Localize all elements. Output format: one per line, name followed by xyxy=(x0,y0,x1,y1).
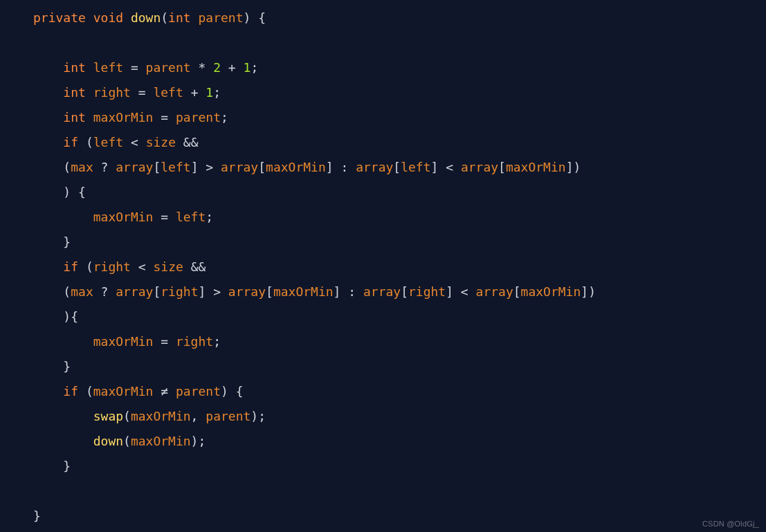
operator-lt: < xyxy=(446,160,453,174)
function-swap: swap xyxy=(93,409,123,423)
operator-plus: + xyxy=(191,85,199,100)
operator-lt: < xyxy=(138,259,146,274)
paren-open: ( xyxy=(63,284,71,299)
identifier-array: array xyxy=(228,284,266,299)
code-block: private void down(int parent) { int left… xyxy=(0,0,766,529)
identifier-maxormin: maxOrMin xyxy=(521,284,581,299)
bracket-close: ] xyxy=(334,284,341,299)
brace-close: } xyxy=(63,459,71,473)
identifier-parent: parent xyxy=(176,384,221,398)
bracket-open: [ xyxy=(153,160,161,174)
number-1: 1 xyxy=(206,85,213,100)
bracket-close: ] xyxy=(198,284,206,299)
number-2: 2 xyxy=(213,60,221,75)
bracket-close: ] xyxy=(326,160,334,174)
watermark: CSDN @OldGj_ xyxy=(702,520,759,528)
identifier-right: right xyxy=(93,85,131,100)
keyword-private: private xyxy=(33,10,86,25)
identifier-maxormin: maxOrMin xyxy=(93,210,154,224)
bracket-open: [ xyxy=(393,160,401,174)
brace-close: } xyxy=(33,508,41,523)
identifier-array: array xyxy=(356,160,393,174)
identifier-size: size xyxy=(146,135,176,149)
keyword-if: if xyxy=(63,259,78,274)
identifier-left: left xyxy=(176,210,206,224)
identifier-array: array xyxy=(221,160,258,174)
operator-gt: > xyxy=(206,160,213,174)
semicolon: ; xyxy=(250,60,258,75)
bracket-close: ] xyxy=(446,284,453,299)
paren-open: ( xyxy=(123,409,131,423)
identifier-parent: parent xyxy=(176,110,221,125)
brace-open: { xyxy=(258,10,266,25)
keyword-int: int xyxy=(63,60,86,75)
identifier-left: left xyxy=(401,160,430,174)
semicolon: ; xyxy=(258,409,266,423)
number-1: 1 xyxy=(244,60,251,75)
identifier-size: size xyxy=(153,259,183,274)
paren-close: ) xyxy=(63,309,71,324)
operator-ternary-q: ? xyxy=(101,160,109,174)
bracket-open: [ xyxy=(513,284,521,299)
identifier-right: right xyxy=(161,284,198,299)
operator-plus: + xyxy=(228,60,236,75)
bracket-close: ] xyxy=(191,160,199,174)
brace-open: { xyxy=(78,185,86,199)
identifier-maxormin: maxOrMin xyxy=(506,160,566,174)
bracket-open: [ xyxy=(153,284,161,299)
paren-close: ) xyxy=(573,160,581,174)
brace-close: } xyxy=(63,359,71,374)
operator-mul: * xyxy=(198,60,206,75)
identifier-left: left xyxy=(93,135,123,149)
keyword-int: int xyxy=(63,85,86,100)
function-down: down xyxy=(93,434,123,448)
bracket-close: ] xyxy=(581,284,588,299)
identifier-right: right xyxy=(93,259,131,274)
semicolon: ; xyxy=(198,434,206,448)
keyword-int: int xyxy=(168,10,191,25)
paren-open: ( xyxy=(63,160,71,174)
semicolon: ; xyxy=(221,110,228,125)
paren-open: ( xyxy=(86,259,93,274)
bracket-close: ] xyxy=(566,160,574,174)
bracket-open: [ xyxy=(401,284,408,299)
operator-lt: < xyxy=(131,135,138,149)
function-down: down xyxy=(131,10,161,25)
brace-close: } xyxy=(63,235,71,249)
identifier-right: right xyxy=(408,284,446,299)
brace-open: { xyxy=(236,384,244,398)
operator-and: && xyxy=(191,259,206,274)
semicolon: ; xyxy=(213,85,221,100)
paren-close: ) xyxy=(221,384,228,398)
comma: , xyxy=(191,409,199,423)
identifier-parent: parent xyxy=(198,10,243,25)
brace-open: { xyxy=(71,309,78,324)
operator-assign: = xyxy=(131,60,138,75)
identifier-parent: parent xyxy=(146,60,191,75)
operator-assign: = xyxy=(161,110,168,125)
identifier-maxormin: maxOrMin xyxy=(93,384,154,398)
paren-close: ) xyxy=(63,185,71,199)
identifier-max: max xyxy=(71,160,93,174)
keyword-if: if xyxy=(63,135,78,149)
identifier-maxormin: maxOrMin xyxy=(131,409,191,423)
identifier-maxormin: maxOrMin xyxy=(93,110,154,125)
paren-close: ) xyxy=(191,434,199,448)
identifier-array: array xyxy=(363,284,401,299)
identifier-array: array xyxy=(116,284,153,299)
paren-close: ) xyxy=(588,284,596,299)
paren-open: ( xyxy=(161,10,168,25)
semicolon: ; xyxy=(213,334,221,349)
operator-ternary-colon: : xyxy=(348,284,356,299)
operator-ternary-q: ? xyxy=(101,284,109,299)
identifier-maxormin: maxOrMin xyxy=(93,334,154,349)
identifier-array: array xyxy=(476,284,513,299)
identifier-max: max xyxy=(71,284,93,299)
operator-and: && xyxy=(183,135,199,149)
bracket-open: [ xyxy=(498,160,506,174)
paren-close: ) xyxy=(250,409,258,423)
paren-open: ( xyxy=(86,135,93,149)
operator-ne: ≠ xyxy=(161,384,168,398)
semicolon: ; xyxy=(206,210,213,224)
paren-open: ( xyxy=(86,384,93,398)
